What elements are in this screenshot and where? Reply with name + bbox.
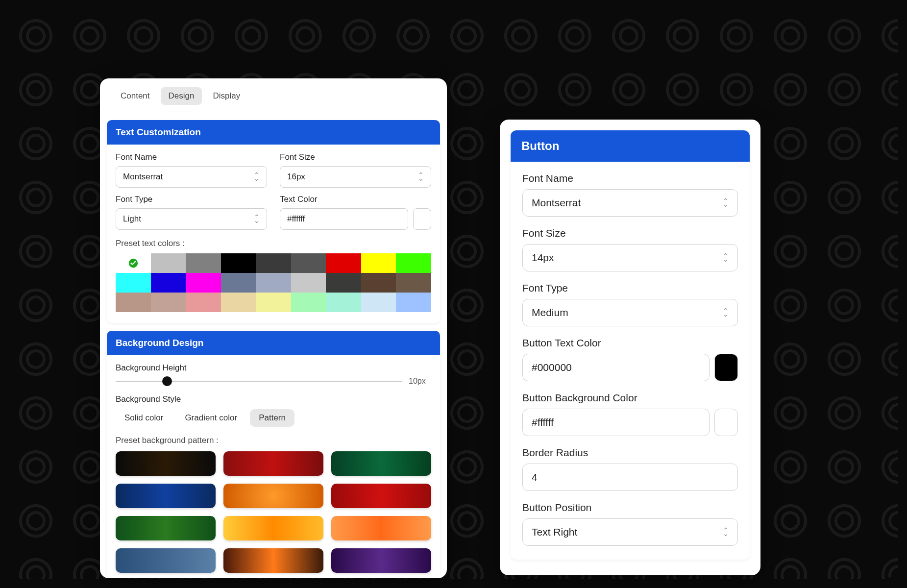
button-font-name-select[interactable]: Montserrat ⌃⌄ <box>522 189 738 217</box>
button-bg-color-label: Button Background Color <box>522 392 738 404</box>
text-customization-section: Text Customization Font Name Montserrat … <box>107 120 440 323</box>
pattern-swatch[interactable] <box>223 484 323 508</box>
preset-color-swatch[interactable] <box>116 293 151 312</box>
font-type-select[interactable]: Light ⌃⌄ <box>116 208 267 230</box>
preset-color-swatch[interactable] <box>396 253 431 273</box>
background-height-slider[interactable] <box>116 381 402 382</box>
button-text-color-swatch[interactable] <box>714 354 738 381</box>
button-font-size-value: 14px <box>532 252 554 264</box>
text-color-input[interactable]: #ffffff <box>280 208 408 230</box>
button-text-color-value: #000000 <box>532 362 572 373</box>
button-section: Button Font Name Montserrat ⌃⌄ Font Size… <box>511 130 750 560</box>
chevron-updown-icon: ⌃⌄ <box>418 173 424 180</box>
preset-color-swatch[interactable] <box>151 253 186 273</box>
preset-color-swatch[interactable] <box>186 273 221 293</box>
checkmark-icon <box>128 258 139 269</box>
design-panel: Content Design Display Text Customizatio… <box>100 78 447 578</box>
preset-color-swatch[interactable] <box>291 293 326 312</box>
preset-color-swatch[interactable] <box>256 273 291 293</box>
pattern-swatch[interactable] <box>331 484 431 508</box>
preset-color-swatch[interactable] <box>396 293 431 312</box>
border-radius-label: Border Radius <box>522 447 738 459</box>
preset-color-swatch[interactable] <box>116 273 151 293</box>
button-position-value: Text Right <box>532 526 577 538</box>
background-height-label: Background Height <box>116 363 431 373</box>
border-radius-input[interactable]: 4 <box>522 464 738 491</box>
preset-color-swatch[interactable] <box>326 273 361 293</box>
preset-color-swatch[interactable] <box>361 293 396 312</box>
preset-color-swatch[interactable] <box>116 253 151 273</box>
pattern-swatch[interactable] <box>331 548 431 573</box>
border-radius-value: 4 <box>532 471 538 483</box>
style-pattern[interactable]: Pattern <box>250 409 294 427</box>
section-title: Button <box>511 130 750 162</box>
button-text-color-label: Button Text Color <box>522 337 738 349</box>
chevron-updown-icon: ⌃⌄ <box>723 199 729 206</box>
preset-color-swatch[interactable] <box>361 253 396 273</box>
background-height-value: 10px <box>409 377 431 386</box>
button-font-size-select[interactable]: 14px ⌃⌄ <box>522 244 738 271</box>
button-position-label: Button Position <box>522 502 738 514</box>
button-font-size-label: Font Size <box>522 227 738 239</box>
preset-pattern-grid <box>116 451 431 573</box>
text-color-value: #ffffff <box>287 214 305 224</box>
button-bg-color-input[interactable]: #ffffff <box>522 409 710 436</box>
chevron-updown-icon: ⌃⌄ <box>723 254 729 261</box>
tabs: Content Design Display <box>104 78 443 112</box>
style-solid-color[interactable]: Solid color <box>116 409 172 427</box>
preset-color-swatch[interactable] <box>151 293 186 312</box>
preset-color-swatch[interactable] <box>186 293 221 312</box>
pattern-swatch[interactable] <box>331 451 431 476</box>
pattern-swatch[interactable] <box>223 548 323 573</box>
button-position-select[interactable]: Text Right ⌃⌄ <box>522 518 738 546</box>
preset-color-swatch[interactable] <box>256 253 291 273</box>
preset-color-swatch[interactable] <box>151 273 186 293</box>
section-title: Background Design <box>107 331 440 355</box>
tab-design[interactable]: Design <box>161 87 202 105</box>
preset-color-swatch[interactable] <box>221 253 256 273</box>
button-font-type-label: Font Type <box>522 282 738 294</box>
background-style-label: Background Style <box>116 394 431 404</box>
preset-color-swatch[interactable] <box>256 293 291 312</box>
pattern-swatch[interactable] <box>116 484 216 508</box>
background-design-section: Background Design Background Height 10px… <box>107 331 440 578</box>
pattern-swatch[interactable] <box>116 516 216 540</box>
preset-color-swatch[interactable] <box>221 273 256 293</box>
pattern-swatch[interactable] <box>331 516 431 540</box>
font-type-value: Light <box>123 214 141 224</box>
chevron-updown-icon: ⌃⌄ <box>254 173 260 180</box>
button-bg-color-swatch[interactable] <box>714 409 738 436</box>
button-font-type-select[interactable]: Medium ⌃⌄ <box>522 299 738 326</box>
preset-color-swatch[interactable] <box>326 293 361 312</box>
preset-color-swatch[interactable] <box>291 253 326 273</box>
text-color-label: Text Color <box>280 195 431 204</box>
button-font-name-value: Montserrat <box>532 197 581 209</box>
font-name-select[interactable]: Montserrat ⌃⌄ <box>116 166 267 188</box>
preset-color-swatch[interactable] <box>291 273 326 293</box>
font-size-label: Font Size <box>280 152 431 162</box>
preset-color-swatch[interactable] <box>326 253 361 273</box>
font-name-label: Font Name <box>116 152 267 162</box>
slider-thumb[interactable] <box>162 376 172 386</box>
pattern-swatch[interactable] <box>223 451 323 476</box>
button-panel: Button Font Name Montserrat ⌃⌄ Font Size… <box>500 120 760 575</box>
button-text-color-input[interactable]: #000000 <box>522 354 710 381</box>
preset-pattern-label: Preset background pattern : <box>116 436 431 445</box>
style-gradient-color[interactable]: Gradient color <box>176 409 246 427</box>
tab-display[interactable]: Display <box>205 87 248 105</box>
button-bg-color-value: #ffffff <box>532 416 554 428</box>
text-color-swatch[interactable] <box>413 208 431 230</box>
pattern-swatch[interactable] <box>223 516 323 540</box>
tab-content[interactable]: Content <box>113 87 158 105</box>
chevron-updown-icon: ⌃⌄ <box>723 309 729 316</box>
preset-color-swatch[interactable] <box>186 253 221 273</box>
preset-color-swatch[interactable] <box>221 293 256 312</box>
preset-color-swatch[interactable] <box>396 273 431 293</box>
preset-text-colors-label: Preset text colors : <box>116 239 431 248</box>
preset-color-swatch[interactable] <box>361 273 396 293</box>
font-size-select[interactable]: 16px ⌃⌄ <box>280 166 431 188</box>
pattern-swatch[interactable] <box>116 548 216 573</box>
font-size-value: 16px <box>287 172 305 182</box>
preset-text-colors-palette <box>116 253 431 312</box>
pattern-swatch[interactable] <box>116 451 216 476</box>
